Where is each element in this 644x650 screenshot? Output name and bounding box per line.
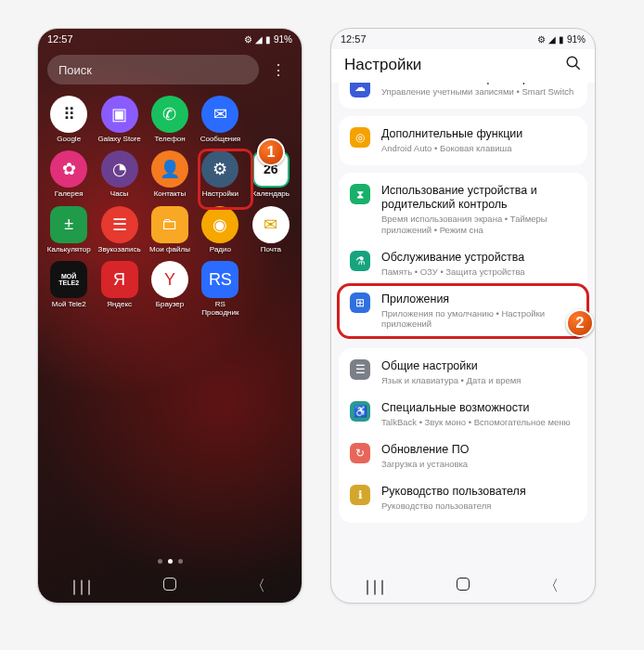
app-label: Galaxy Store <box>97 136 140 143</box>
app-label: Сообщения <box>200 136 240 143</box>
status-time: 12:57 <box>47 33 73 45</box>
app-icon <box>252 96 290 133</box>
nav-back[interactable]: 〈 <box>239 577 277 596</box>
app-звукозапись[interactable]: ☰Звукозапись <box>96 206 142 254</box>
app-label: Google <box>57 136 81 143</box>
setting-subtitle: Память • ОЗУ • Защита устройства <box>381 266 576 278</box>
app-почта[interactable]: ✉Почта <box>248 206 294 254</box>
status-icons: ⚙ ◢ ▮ 91% <box>244 34 292 45</box>
app-браузер[interactable]: YБраузер <box>147 261 193 317</box>
app-калькулятор[interactable]: ±Калькулятор <box>45 206 92 254</box>
app-icon: ✉ <box>252 206 290 243</box>
app-label: Часы <box>110 190 129 198</box>
setting-subtitle: Android Auto • Боковая клавиша <box>381 143 576 154</box>
phone-home-screen: 12:57 ⚙ ◢ ▮ 91% Поиск ⋮ ⠿Google▣Galaxy S… <box>37 28 303 604</box>
app-label: Звукозапись <box>98 246 141 254</box>
setting-subtitle: Приложения по умолчанию • Настройки прил… <box>381 308 576 331</box>
navigation-bar: ∣∣∣ 〈 <box>331 569 595 603</box>
setting-title: Дополнительные функции <box>381 127 576 141</box>
app-сообщения[interactable]: ✉Сообщения <box>197 96 243 143</box>
app-label: Календарь <box>252 190 290 198</box>
app-icon: Y <box>151 261 188 298</box>
app-icon: ▣ <box>101 96 138 133</box>
nav-back[interactable]: 〈 <box>533 577 570 596</box>
setting-использование-устройства-и-родительский-контроль[interactable]: ⧗Использование устройства и родительский… <box>339 176 587 243</box>
app-радио[interactable]: ◉Радио <box>197 206 243 254</box>
setting-специальные-возможности[interactable]: ♿Специальные возможностиTalkBack • Звук … <box>339 394 587 436</box>
app-empty <box>248 96 294 143</box>
app-label: Настройки <box>202 190 238 198</box>
setting-title: Приложения <box>381 292 576 306</box>
status-bar: 12:57 ⚙ ◢ ▮ 91% <box>38 29 302 49</box>
navigation-bar: ∣∣∣ 〈 <box>38 569 302 603</box>
step-marker-1: 1 <box>257 138 285 166</box>
app-галерея[interactable]: ✿Галерея <box>45 150 92 198</box>
app-rs\nпроводник[interactable]: RSRSПроводник <box>197 261 243 317</box>
settings-card: ☰Общие настройкиЯзык и клавиатура • Дата… <box>339 348 587 523</box>
setting-приложения[interactable]: ⊞ПриложенияПриложения по умолчанию • Нас… <box>339 285 587 338</box>
page-indicator[interactable] <box>38 559 302 564</box>
app-icon: RS <box>201 261 238 298</box>
app-icon: ⠿ <box>50 96 87 133</box>
app-galaxy-store[interactable]: ▣Galaxy Store <box>96 96 142 143</box>
setting-icon: ⊞ <box>350 292 370 313</box>
app-мои-файлы[interactable]: 🗀Мои файлы <box>147 206 193 254</box>
app-яндекс[interactable]: ЯЯндекс <box>96 261 142 317</box>
setting-дополнительные-функции[interactable]: ◎Дополнительные функцииAndroid Auto • Бо… <box>339 120 587 162</box>
svg-point-0 <box>567 57 577 67</box>
app-icon: ◉ <box>201 206 238 243</box>
phone-settings-screen: 12:57 ⚙ ◢ ▮ 91% Настройки ☁Учетные запис… <box>330 28 596 604</box>
app-label: Мой Tele2 <box>52 301 86 308</box>
more-options-button[interactable]: ⋮ <box>264 56 292 84</box>
setting-subtitle: Руководство пользователя <box>381 500 576 512</box>
setting-руководство-пользователя[interactable]: ℹРуководство пользователяРуководство пол… <box>339 477 587 519</box>
app-label: Мои файлы <box>149 246 190 254</box>
app-google[interactable]: ⠿Google <box>45 96 92 143</box>
setting-учетные-записи-и-архивация[interactable]: ☁Учетные записи и архивацияУправление уч… <box>339 83 587 105</box>
app-контакты[interactable]: 👤Контакты <box>147 150 193 198</box>
setting-обновление-по[interactable]: ↻Обновление ПОЗагрузка и установка <box>339 436 587 477</box>
status-bar: 12:57 ⚙ ◢ ▮ 91% <box>331 29 595 49</box>
app-часы[interactable]: ◔Часы <box>96 150 142 198</box>
search-input[interactable]: Поиск <box>47 55 259 84</box>
setting-icon: ♿ <box>350 401 370 422</box>
app-icon: ☰ <box>101 206 138 243</box>
nav-recents[interactable]: ∣∣∣ <box>63 578 100 595</box>
setting-title: Обслуживание устройства <box>381 251 576 265</box>
settings-card: ⧗Использование устройства и родительский… <box>339 173 587 341</box>
setting-обслуживание-устройства[interactable]: ⚗Обслуживание устройстваПамять • ОЗУ • З… <box>339 243 587 285</box>
setting-title: Общие настройки <box>381 359 576 373</box>
app-label: Почта <box>261 246 281 254</box>
nav-home[interactable] <box>151 578 188 594</box>
setting-icon: ℹ <box>350 485 370 505</box>
status-time: 12:57 <box>341 33 367 45</box>
setting-icon: ↻ <box>350 443 370 463</box>
app-label: RSПроводник <box>201 301 238 317</box>
setting-subtitle: TalkBack • Звук моно • Вспомогательное м… <box>381 417 576 428</box>
app-icon: ✿ <box>50 150 87 188</box>
app-label: Браузер <box>156 301 185 308</box>
settings-list[interactable]: ☁Учетные записи и архивацияУправление уч… <box>331 83 595 592</box>
app-label: Яндекс <box>107 301 132 308</box>
app-icon: 🗀 <box>151 206 188 243</box>
setting-title: Специальные возможности <box>381 401 576 415</box>
app-телефон[interactable]: ✆Телефон <box>147 96 193 143</box>
app-настройки[interactable]: ⚙Настройки <box>197 150 243 198</box>
app-icon: МОЙTELE2 <box>50 261 87 298</box>
app-icon: 👤 <box>151 150 188 188</box>
setting-subtitle: Управление учетными записями • Smart Swi… <box>381 86 576 98</box>
nav-home[interactable] <box>444 578 482 594</box>
setting-title: Руководство пользователя <box>381 485 576 499</box>
setting-subtitle: Язык и клавиатура • Дата и время <box>381 375 576 386</box>
app-icon: ± <box>50 206 87 243</box>
app-label: Телефон <box>154 136 185 143</box>
setting-icon: ⚗ <box>350 251 370 271</box>
setting-icon: ☁ <box>350 83 370 98</box>
setting-общие-настройки[interactable]: ☰Общие настройкиЯзык и клавиатура • Дата… <box>339 352 587 394</box>
search-icon[interactable] <box>565 55 582 75</box>
settings-header: Настройки <box>331 49 595 83</box>
setting-title: Обновление ПО <box>381 443 576 457</box>
app-мой-tele2[interactable]: МОЙTELE2Мой Tele2 <box>45 261 92 317</box>
app-label: Контакты <box>154 190 187 198</box>
nav-recents[interactable]: ∣∣∣ <box>356 578 393 595</box>
